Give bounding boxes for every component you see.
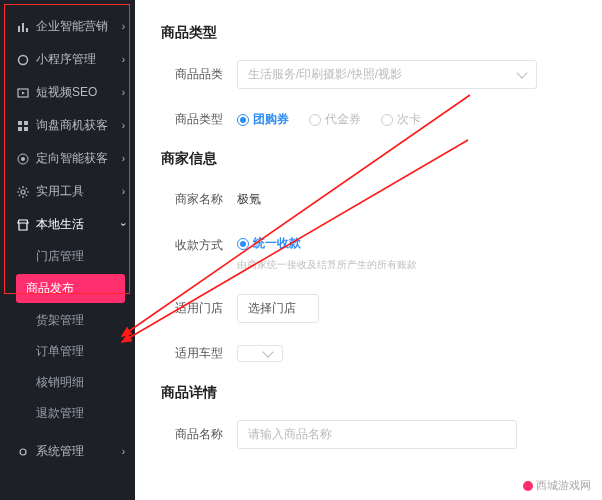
label-car-type: 适用车型 xyxy=(161,345,223,362)
button-select-store[interactable]: 选择门店 xyxy=(237,294,319,323)
section-title-merchant: 商家信息 xyxy=(161,150,576,168)
chevron-right-icon: › xyxy=(122,54,125,65)
radio-unified-collection[interactable]: 统一收款 xyxy=(237,235,301,252)
svg-point-10 xyxy=(21,157,25,161)
select-store-text: 选择门店 xyxy=(248,300,296,317)
svg-rect-6 xyxy=(24,121,28,125)
svg-rect-5 xyxy=(18,121,22,125)
input-product-name[interactable]: 请输入商品名称 xyxy=(237,420,517,449)
radio-group-coupon[interactable]: 团购券 xyxy=(237,111,289,128)
radio-dot-icon xyxy=(309,114,321,126)
chevron-right-icon: › xyxy=(122,446,125,457)
sidebar-item-label: 实用工具 xyxy=(36,183,84,200)
chevron-right-icon: › xyxy=(122,186,125,197)
label-store: 适用门店 xyxy=(161,300,223,317)
radio-label: 团购券 xyxy=(253,111,289,128)
chevron-right-icon: › xyxy=(122,153,125,164)
svg-rect-8 xyxy=(24,127,28,131)
label-type: 商品类型 xyxy=(161,111,223,128)
gear-icon xyxy=(16,185,30,199)
circle-icon xyxy=(16,53,30,67)
svg-point-3 xyxy=(19,55,28,64)
sidebar-item-label: 定向智能获客 xyxy=(36,150,108,167)
sidebar: 企业智能营销 › 小程序管理 › 短视频SEO › 询盘商机获客 › xyxy=(0,0,135,500)
sidebar-item-label: 小程序管理 xyxy=(36,51,96,68)
sidebar-sub-store-mgmt[interactable]: 门店管理 xyxy=(0,241,135,272)
sidebar-item-label: 本地生活 xyxy=(36,216,84,233)
section-title-detail: 商品详情 xyxy=(161,384,576,402)
chevron-down-icon xyxy=(262,346,273,357)
label-collection: 收款方式 xyxy=(161,237,223,254)
chevron-right-icon: › xyxy=(122,120,125,131)
sidebar-item-marketing[interactable]: 企业智能营销 › xyxy=(0,10,135,43)
radio-dot-icon xyxy=(237,238,249,250)
sidebar-item-miniprogram[interactable]: 小程序管理 › xyxy=(0,43,135,76)
select-category-placeholder: 生活服务/印刷摄影/快照/视影 xyxy=(248,66,402,83)
section-title-product-type: 商品类型 xyxy=(161,24,576,42)
sidebar-item-local-life[interactable]: 本地生活 › xyxy=(0,208,135,241)
svg-point-11 xyxy=(21,190,25,194)
sidebar-sub-verify-detail[interactable]: 核销明细 xyxy=(0,367,135,398)
svg-point-12 xyxy=(20,449,26,455)
chevron-down-icon: › xyxy=(118,223,129,226)
chevron-down-icon xyxy=(516,67,527,78)
bar-chart-icon xyxy=(16,20,30,34)
sidebar-sub-product-publish[interactable]: 商品发布 xyxy=(16,274,125,303)
sidebar-item-seo[interactable]: 短视频SEO › xyxy=(0,76,135,109)
chevron-right-icon: › xyxy=(122,87,125,98)
radio-group-type: 团购券 代金券 次卡 xyxy=(237,111,421,128)
input-merchant-name[interactable]: 极氪 xyxy=(237,186,517,213)
radio-label: 统一收款 xyxy=(253,235,301,252)
svg-rect-1 xyxy=(22,23,24,32)
main-content: 商品类型 商品品类 生活服务/印刷摄影/快照/视影 商品类型 团购券 代金券 xyxy=(135,0,602,500)
label-product-name: 商品名称 xyxy=(161,426,223,443)
svg-rect-7 xyxy=(18,127,22,131)
select-category[interactable]: 生活服务/印刷摄影/快照/视影 xyxy=(237,60,537,89)
svg-rect-0 xyxy=(18,26,20,32)
grid-icon xyxy=(16,119,30,133)
video-icon xyxy=(16,86,30,100)
sidebar-item-targeting[interactable]: 定向智能获客 › xyxy=(0,142,135,175)
watermark-text: 西城游戏网 xyxy=(536,478,591,493)
sidebar-item-tools[interactable]: 实用工具 › xyxy=(0,175,135,208)
sidebar-item-label: 系统管理 xyxy=(36,443,84,460)
radio-dot-icon xyxy=(237,114,249,126)
sidebar-item-inquiry[interactable]: 询盘商机获客 › xyxy=(0,109,135,142)
product-name-placeholder: 请输入商品名称 xyxy=(248,426,332,443)
chevron-right-icon: › xyxy=(122,21,125,32)
sidebar-item-label: 短视频SEO xyxy=(36,84,97,101)
watermark: 西城游戏网 xyxy=(520,477,594,494)
merchant-name-value: 极氪 xyxy=(237,191,261,208)
sidebar-item-label: 企业智能营销 xyxy=(36,18,108,35)
settings-icon xyxy=(16,445,30,459)
watermark-dot-icon xyxy=(523,481,533,491)
collection-hint: 由商家统一接收及结算所产生的所有账款 xyxy=(237,258,417,272)
sidebar-sub-refund-mgmt[interactable]: 退款管理 xyxy=(0,398,135,429)
sidebar-item-label: 询盘商机获客 xyxy=(36,117,108,134)
radio-label: 次卡 xyxy=(397,111,421,128)
sidebar-sub-order-mgmt[interactable]: 订单管理 xyxy=(0,336,135,367)
sidebar-sub-shelf-mgmt[interactable]: 货架管理 xyxy=(0,305,135,336)
target-icon xyxy=(16,152,30,166)
radio-label: 代金券 xyxy=(325,111,361,128)
shop-icon xyxy=(16,218,30,232)
radio-card[interactable]: 次卡 xyxy=(381,111,421,128)
select-car-type[interactable] xyxy=(237,345,283,362)
label-merchant-name: 商家名称 xyxy=(161,191,223,208)
sidebar-item-system[interactable]: 系统管理 › xyxy=(0,435,135,468)
label-category: 商品品类 xyxy=(161,66,223,83)
radio-voucher[interactable]: 代金券 xyxy=(309,111,361,128)
radio-dot-icon xyxy=(381,114,393,126)
svg-rect-2 xyxy=(26,28,28,32)
